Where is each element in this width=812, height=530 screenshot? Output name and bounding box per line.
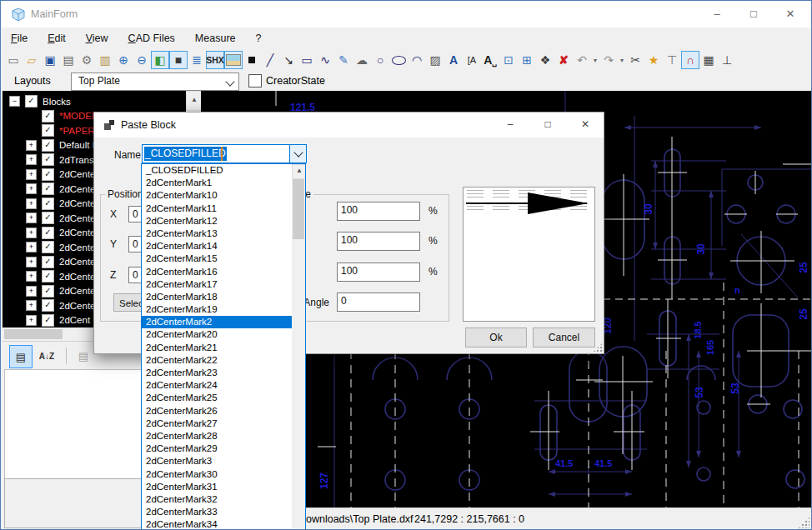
list-item[interactable]: 2dCenterMark17 bbox=[142, 278, 305, 291]
cancel-button[interactable]: Cancel bbox=[533, 328, 595, 348]
checkbox-checked-icon[interactable]: ✓ bbox=[42, 124, 54, 137]
scrollbar-thumb[interactable] bbox=[4, 329, 63, 339]
polyline-icon[interactable]: ∿ bbox=[316, 51, 334, 69]
list-item[interactable]: 2dCenterMark22 bbox=[142, 354, 305, 367]
checkbox-checked-icon[interactable]: ✓ bbox=[42, 182, 54, 195]
point-style-icon[interactable] bbox=[243, 51, 261, 69]
maximize-icon[interactable]: □ bbox=[736, 2, 771, 26]
expand-icon[interactable]: + bbox=[26, 212, 37, 223]
checkbox-checked-icon[interactable]: ✓ bbox=[42, 168, 54, 181]
menu-view[interactable]: View bbox=[76, 28, 118, 49]
zoom-extents-icon[interactable]: ❖ bbox=[536, 51, 554, 69]
combo-dropdown-button[interactable] bbox=[289, 145, 306, 162]
list-item[interactable]: 2dCenterMark26 bbox=[142, 405, 305, 418]
block-name-dropdown-list[interactable]: _CLOSEDFILLED 2dCenterMark1 2dCenterMark… bbox=[141, 163, 306, 530]
resize-grip[interactable] bbox=[798, 517, 809, 528]
list-item[interactable]: 2dCenterMark14 bbox=[142, 240, 305, 252]
list-item[interactable]: 2dCenterMark32 bbox=[142, 493, 305, 506]
checkbox-checked-icon[interactable]: ✓ bbox=[42, 314, 54, 327]
text-style-icon[interactable]: A˽ bbox=[481, 51, 499, 69]
new-file-icon[interactable]: ▭ bbox=[4, 51, 23, 69]
list-item[interactable]: 2dCenterMark13 bbox=[142, 228, 305, 240]
menu-help[interactable]: ? bbox=[246, 28, 272, 49]
snap-icon[interactable]: ∩ bbox=[681, 51, 699, 69]
paste-special-icon[interactable]: ★ bbox=[644, 51, 663, 69]
checkbox-checked-icon[interactable]: ✓ bbox=[42, 299, 54, 312]
undo-icon[interactable]: ↶ bbox=[573, 51, 591, 69]
leader-icon[interactable]: ↘ bbox=[279, 51, 298, 69]
create-block-icon[interactable]: ⊞ bbox=[518, 51, 536, 69]
print-icon[interactable]: ▤ bbox=[59, 51, 78, 69]
redo-menu-icon[interactable]: ▾ bbox=[618, 51, 626, 69]
list-item[interactable]: _CLOSEDFILLED bbox=[142, 164, 305, 177]
open-file-icon[interactable]: ▱ bbox=[23, 51, 41, 69]
zoom-in-icon[interactable]: ⊕ bbox=[114, 51, 133, 69]
save-icon[interactable]: ▣ bbox=[41, 51, 59, 69]
expand-icon[interactable]: + bbox=[26, 198, 37, 209]
dialog-close-icon[interactable]: ✕ bbox=[569, 113, 601, 136]
checkbox-checked-icon[interactable]: ✓ bbox=[42, 139, 54, 152]
scrollbar-thumb[interactable] bbox=[293, 179, 304, 239]
list-item[interactable]: 2dCenterMark21 bbox=[142, 342, 305, 354]
ellipse-icon[interactable] bbox=[389, 51, 408, 69]
menu-edit[interactable]: Edit bbox=[38, 28, 76, 49]
list-item[interactable]: 2dCenterMark19 bbox=[142, 303, 305, 316]
checkbox-checked-icon[interactable]: ✓ bbox=[42, 270, 54, 282]
list-item[interactable]: 2dCenterMark30 bbox=[142, 468, 305, 481]
expand-icon[interactable]: + bbox=[26, 140, 37, 151]
list-item[interactable]: 2dCenterMark29 bbox=[142, 442, 305, 455]
expand-icon[interactable]: + bbox=[26, 257, 37, 268]
list-scrollbar[interactable]: ▲ bbox=[292, 164, 305, 530]
zoom-out-icon[interactable]: ⊖ bbox=[133, 51, 151, 69]
property-pages-icon[interactable]: ▤ bbox=[73, 345, 94, 367]
list-item[interactable]: 2dCenterMark15 bbox=[142, 252, 305, 265]
list-item[interactable]: 2dCenterMark25 bbox=[142, 392, 305, 404]
checkbox-checked-icon[interactable]: ✓ bbox=[42, 153, 54, 166]
minimize-icon[interactable]: – bbox=[699, 2, 734, 26]
checkbox-checked-icon[interactable]: ✓ bbox=[42, 241, 54, 253]
block-name-combo[interactable]: _CLOSEDFILLED bbox=[142, 144, 307, 163]
checkbox-checked-icon[interactable]: ✓ bbox=[42, 212, 54, 224]
expand-icon[interactable]: + bbox=[26, 154, 37, 165]
menu-file[interactable]: File bbox=[1, 28, 38, 49]
checkbox-checked-icon[interactable]: ✓ bbox=[42, 198, 54, 210]
text-edit-icon[interactable]: [A bbox=[463, 51, 481, 69]
shx-fonts-icon[interactable]: SHX bbox=[206, 51, 224, 69]
angle-field[interactable]: 0 bbox=[337, 292, 420, 312]
text-icon[interactable]: A bbox=[444, 51, 463, 69]
scroll-up-icon[interactable]: ▲ bbox=[292, 164, 306, 179]
checkbox-checked-icon[interactable]: ✓ bbox=[25, 95, 38, 108]
expand-icon[interactable]: + bbox=[26, 315, 37, 326]
erase-icon[interactable]: ✘ bbox=[554, 51, 573, 69]
spline-icon[interactable]: ✎ bbox=[334, 51, 353, 69]
scroll-up-icon[interactable]: ▲ bbox=[186, 91, 201, 111]
expand-icon[interactable]: + bbox=[26, 183, 37, 194]
circle-icon[interactable]: ○ bbox=[371, 51, 389, 69]
rectangle-icon[interactable]: ▭ bbox=[298, 51, 316, 69]
menu-cad-files[interactable]: CAD Files bbox=[118, 28, 185, 49]
orthogonal-icon[interactable]: ⊥ bbox=[718, 51, 736, 69]
scale-y-field[interactable]: 100 bbox=[337, 232, 420, 251]
categorized-icon[interactable]: ▤ bbox=[9, 345, 33, 368]
checkbox-checked-icon[interactable]: ✓ bbox=[42, 256, 54, 268]
list-item[interactable]: 2dCenterMark3 bbox=[142, 455, 305, 468]
expand-icon[interactable]: + bbox=[26, 169, 37, 180]
list-item[interactable]: 2dCenterMark33 bbox=[142, 506, 305, 518]
list-item[interactable]: 2dCenterMark1 bbox=[142, 177, 305, 189]
list-item[interactable]: 2dCenterMark16 bbox=[142, 266, 305, 278]
checkbox-checked-icon[interactable]: ✓ bbox=[42, 110, 54, 122]
alphabetical-sort-icon[interactable]: A↓Z bbox=[36, 345, 58, 367]
list-item-selected[interactable]: 2dCenterMark2 bbox=[142, 316, 305, 328]
scale-x-field[interactable]: 100 bbox=[337, 202, 420, 221]
revision-cloud-icon[interactable]: ☁ bbox=[353, 51, 371, 69]
dialog-maximize-icon[interactable]: □ bbox=[532, 113, 564, 136]
list-item[interactable]: 2dCenterMark31 bbox=[142, 481, 305, 493]
list-item[interactable]: 2dCenterMark34 bbox=[142, 518, 305, 530]
expand-icon[interactable]: + bbox=[26, 242, 37, 252]
list-item[interactable]: 2dCenterMark23 bbox=[142, 367, 305, 379]
undo-menu-icon[interactable]: ▾ bbox=[591, 51, 599, 69]
list-item[interactable]: 2dCenterMark18 bbox=[142, 291, 305, 303]
page-setup-icon[interactable]: ⚙ bbox=[78, 51, 96, 69]
cut-icon[interactable]: ✂ bbox=[626, 51, 644, 69]
redo-icon[interactable]: ↷ bbox=[599, 51, 618, 69]
